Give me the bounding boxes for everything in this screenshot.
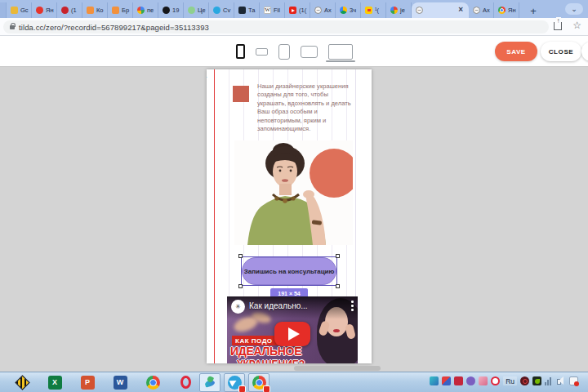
- device-mobile-landscape-icon[interactable]: [256, 48, 268, 56]
- taskbar-app-icon: [15, 375, 29, 390]
- browser-tab[interactable]: Та: [234, 2, 260, 18]
- horizontal-scrollbar-thumb[interactable]: [294, 366, 381, 371]
- browser-tab[interactable]: 3ч: [336, 2, 361, 18]
- taskbar-app-button[interactable]: P: [77, 373, 98, 392]
- browser-tab[interactable]: Це: [184, 2, 209, 18]
- tray-icon[interactable]: [491, 376, 500, 385]
- browser-tab[interactable]: Cv: [209, 2, 234, 18]
- lock-icon: [10, 25, 15, 29]
- browser-tab[interactable]: Ах: [310, 2, 336, 18]
- tab-title: Fil: [274, 7, 280, 14]
- red-guide-line: [214, 69, 215, 363]
- browser-tab[interactable]: ×: [412, 2, 469, 18]
- tab-favicon-icon: [238, 7, 246, 14]
- zero-block-canvas[interactable]: + Наши дизайнерские украшения созданы дл…: [207, 69, 372, 363]
- tab-favicon-icon: [473, 7, 480, 14]
- tab-favicon-icon: [289, 7, 296, 14]
- tab-favicon-icon: [264, 7, 271, 14]
- tray-icon[interactable]: [466, 376, 475, 385]
- browser-tab[interactable]: je: [386, 2, 412, 18]
- tray-icon[interactable]: [430, 376, 439, 385]
- add-element-marker[interactable]: +: [207, 71, 207, 83]
- browser-tab[interactable]: (1(: [285, 2, 310, 18]
- address-bar[interactable]: tilda.cc/zero/?recordid=567899217&pageid…: [3, 20, 549, 33]
- device-desktop-icon[interactable]: [328, 44, 353, 60]
- tab-favicon-icon: [112, 7, 119, 14]
- share-icon[interactable]: [554, 22, 562, 30]
- notification-badge: [263, 385, 270, 392]
- editor-workspace: + Наши дизайнерские украшения созданы дл…: [0, 67, 588, 372]
- video-title[interactable]: Как идеально...: [249, 301, 308, 310]
- windows-taskbar: X P W Ru: [0, 372, 588, 392]
- device-tablet-icon[interactable]: [278, 44, 290, 60]
- tab-close-icon[interactable]: ×: [458, 5, 463, 15]
- resize-handle-bottom-right[interactable]: [336, 284, 340, 288]
- browser-toolbar: tilda.cc/zero/?recordid=567899217&pageid…: [0, 18, 588, 36]
- taskbar-app-button[interactable]: [248, 373, 270, 392]
- tab-favicon-icon: [416, 7, 423, 14]
- browser-tab[interactable]: (1: [57, 2, 82, 18]
- device-mobile-icon[interactable]: [236, 44, 245, 59]
- tray-icon[interactable]: [557, 376, 566, 385]
- browser-tab[interactable]: 19: [158, 2, 184, 18]
- taskbar-app-button[interactable]: [199, 373, 220, 392]
- thumb-text-big: ИДЕАЛЬНОЕ: [230, 345, 301, 358]
- taskbar-app-button[interactable]: [11, 373, 33, 392]
- tray-icon[interactable]: [479, 376, 488, 385]
- tray-icon[interactable]: Ru: [503, 376, 517, 385]
- tray-icon[interactable]: [569, 376, 578, 385]
- taskbar-app-button[interactable]: W: [109, 373, 131, 392]
- tab-favicon-icon: [498, 7, 506, 14]
- tab-title: 3ч: [350, 7, 356, 14]
- tab-favicon-icon: [188, 7, 195, 14]
- tab-favicon-icon: [36, 7, 43, 14]
- browser-tab[interactable]: Ко: [82, 2, 108, 18]
- intro-paragraph[interactable]: Наши дизайнерские украшения созданы для …: [257, 82, 368, 133]
- tab-title: пе: [147, 7, 154, 14]
- tray-icon[interactable]: [520, 376, 529, 385]
- browser-tab[interactable]: Ян: [494, 2, 519, 18]
- tab-title: ¹(: [375, 7, 379, 14]
- video-menu-icon[interactable]: [351, 301, 354, 313]
- browser-tab[interactable]: Fil: [260, 2, 285, 18]
- taskbar-app-button[interactable]: [142, 373, 163, 392]
- tab-title: 19: [172, 7, 179, 14]
- youtube-play-button[interactable]: [274, 322, 310, 346]
- browser-tab[interactable]: Gc: [7, 2, 32, 18]
- model-photo-image[interactable]: [234, 140, 353, 245]
- tab-title: Ах: [324, 7, 332, 14]
- taskbar-app-button[interactable]: X: [44, 373, 65, 392]
- tray-icon[interactable]: [545, 376, 554, 385]
- bookmark-star-icon[interactable]: ☆: [572, 20, 581, 31]
- tray-icon[interactable]: [532, 376, 541, 385]
- taskbar-app-button[interactable]: [175, 373, 196, 392]
- browser-tab[interactable]: пе: [133, 2, 158, 18]
- tab-favicon-icon: [340, 7, 347, 14]
- tab-title: Це: [198, 7, 206, 14]
- browser-tab[interactable]: ¹(: [361, 2, 386, 18]
- browser-tab[interactable]: Ян: [32, 2, 57, 18]
- tab-favicon-icon: [390, 7, 398, 14]
- channel-avatar[interactable]: ✳: [231, 300, 245, 314]
- tab-favicon-icon: [61, 7, 69, 14]
- browser-tab[interactable]: Бр: [108, 2, 133, 18]
- tab-search-button[interactable]: ⌄: [565, 3, 583, 15]
- resize-handle-bottom-left[interactable]: [238, 284, 243, 288]
- close-button[interactable]: CLOSE: [541, 42, 581, 61]
- browser-tab-strip: Gc Ян (1 Ко Бр пе 19 Це Cv Та: [0, 0, 588, 18]
- taskbar-app-button[interactable]: [224, 373, 245, 392]
- browser-tab[interactable]: Ах: [469, 2, 494, 18]
- resize-handle-top-right[interactable]: [336, 254, 340, 258]
- decor-square-shape[interactable]: [233, 86, 249, 102]
- save-button[interactable]: SAVE: [495, 42, 537, 61]
- tab-title: Ах: [483, 7, 490, 14]
- taskbar-app-icon: X: [48, 376, 62, 390]
- resize-handle-top-left[interactable]: [238, 254, 243, 258]
- tray-icon[interactable]: [442, 376, 451, 385]
- tray-icon[interactable]: [454, 376, 463, 385]
- consultation-button[interactable]: Запишись на консультацию: [242, 257, 336, 285]
- new-tab-button[interactable]: +: [524, 3, 542, 18]
- device-tablet-landscape-icon[interactable]: [301, 46, 318, 58]
- browser-tab[interactable]: [0, 2, 7, 18]
- youtube-video-embed[interactable]: КАК ПОДО ИДЕАЛЬНОЕ УКРАШЕНИЕ? ✳ Как идеа…: [227, 296, 358, 363]
